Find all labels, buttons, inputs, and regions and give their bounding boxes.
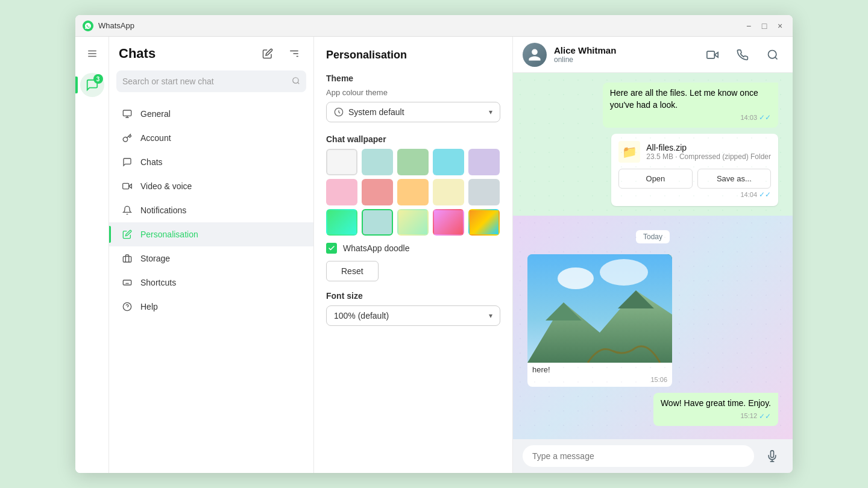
svg-marker-11 <box>129 184 132 189</box>
swatch-lavender[interactable] <box>468 149 500 175</box>
settings-item-notifications[interactable]: Notifications <box>109 198 313 222</box>
svg-point-24 <box>600 259 648 286</box>
svg-line-7 <box>298 82 300 84</box>
message-text-1: Here are all the files. Let me know once… <box>610 88 758 110</box>
app-body: 3 Chats <box>75 37 793 473</box>
hamburger-button[interactable] <box>80 42 104 66</box>
today-badge: Today <box>636 230 670 243</box>
video-call-button[interactable] <box>702 45 723 65</box>
app-title: WhatsApp <box>98 21 743 30</box>
icon-sidebar: 3 <box>75 37 109 473</box>
doodle-checkbox[interactable] <box>326 243 337 254</box>
app-window: WhatsApp − □ × 3 <box>75 15 793 473</box>
swatch-grad-teal-selected[interactable] <box>362 209 393 236</box>
swatch-pink[interactable] <box>326 179 357 205</box>
contact-avatar <box>523 43 547 67</box>
sent-message-bubble: Wow! Have great time. Enjoy. 15:12 ✓✓ <box>653 393 778 426</box>
keyboard-icon <box>121 277 133 289</box>
settings-item-chats[interactable]: Chats <box>109 150 313 174</box>
swatch-grad-green[interactable] <box>326 209 357 236</box>
file-name: All-files.zip <box>646 143 771 152</box>
new-chat-button[interactable] <box>258 44 277 63</box>
chat-area: Alice Whitman online <box>513 37 793 473</box>
sidebar-chat-icon[interactable]: 3 <box>80 73 104 97</box>
photo-placeholder <box>527 254 672 363</box>
voice-call-button[interactable] <box>732 45 753 65</box>
chat-list-actions <box>258 44 304 63</box>
messages-top: Here are all the files. Let me know once… <box>513 73 793 216</box>
settings-item-account[interactable]: Account <box>109 126 313 150</box>
key-icon <box>121 132 133 144</box>
contact-info: Alice Whitman online <box>554 45 702 64</box>
maximize-button[interactable]: □ <box>759 20 770 31</box>
help-icon <box>121 301 133 313</box>
settings-label-chats: Chats <box>140 157 163 167</box>
sent-tick-icon: ✓✓ <box>759 411 771 422</box>
search-input[interactable] <box>122 77 292 86</box>
theme-section-label: Theme <box>326 74 500 83</box>
open-file-button[interactable]: Open <box>618 169 692 189</box>
window-controls: − □ × <box>743 20 785 31</box>
contact-name: Alice Whitman <box>554 45 702 55</box>
chat-input-bar <box>513 439 793 473</box>
search-bar <box>116 70 306 92</box>
swatch-grad-rainbow[interactable] <box>468 209 500 236</box>
active-indicator <box>75 77 78 93</box>
swatch-red[interactable] <box>362 179 393 205</box>
theme-dropdown[interactable]: System default ▾ <box>326 102 500 122</box>
settings-item-personalisation[interactable]: Personalisation <box>109 222 313 246</box>
personalisation-panel: Personalisation Theme App colour theme S… <box>314 37 513 473</box>
mic-button[interactable] <box>761 445 783 467</box>
wallpaper-grid <box>326 149 500 236</box>
swatch-gray[interactable] <box>468 179 500 205</box>
title-bar: WhatsApp − □ × <box>75 15 793 37</box>
swatch-yellow[interactable] <box>433 179 464 205</box>
svg-marker-18 <box>714 52 718 57</box>
chat-list-panel: Chats <box>109 37 314 473</box>
sent-message-row: Wow! Have great time. Enjoy. 15:12 ✓✓ <box>527 393 778 426</box>
today-divider: Today <box>527 230 778 243</box>
chat-list-title: Chats <box>119 46 156 61</box>
wallpaper-section-label: Chat wallpaper <box>326 134 500 144</box>
settings-label-video: Video & voice <box>140 181 192 191</box>
file-details: All-files.zip 23.5 MB · Compressed (zipp… <box>646 143 771 161</box>
svg-rect-14 <box>123 280 131 285</box>
theme-selected-option: System default <box>348 107 404 117</box>
svg-point-20 <box>769 50 776 58</box>
swatch-peach[interactable] <box>397 179 429 205</box>
svg-point-6 <box>293 77 298 83</box>
minimize-button[interactable]: − <box>743 20 754 31</box>
message-input[interactable] <box>523 445 754 467</box>
app-logo <box>83 20 93 31</box>
message-bubble-1: Here are all the files. Let me know once… <box>603 83 778 128</box>
swatch-cyan[interactable] <box>433 149 464 175</box>
settings-item-general[interactable]: General <box>109 102 313 126</box>
pencil-icon <box>121 228 133 240</box>
svg-line-21 <box>775 57 778 59</box>
settings-item-shortcuts[interactable]: Shortcuts <box>109 271 313 295</box>
file-tick-icon: ✓✓ <box>759 190 771 199</box>
swatch-grad-lime[interactable] <box>397 209 429 236</box>
chat-badge: 3 <box>93 74 103 84</box>
swatch-white[interactable] <box>326 149 357 175</box>
svg-rect-19 <box>707 51 715 58</box>
settings-item-help[interactable]: Help <box>109 295 313 319</box>
swatch-green[interactable] <box>397 149 429 175</box>
settings-item-video[interactable]: Video & voice <box>109 174 313 198</box>
swatch-teal[interactable] <box>362 149 393 175</box>
svg-rect-8 <box>123 110 131 116</box>
filter-button[interactable] <box>285 44 304 63</box>
reset-button[interactable]: Reset <box>326 261 379 281</box>
font-dropdown[interactable]: 100% (default) ▾ <box>326 305 500 326</box>
settings-item-storage[interactable]: Storage <box>109 246 313 271</box>
settings-label-storage: Storage <box>140 254 170 263</box>
save-file-button[interactable]: Save as... <box>697 169 771 189</box>
swatch-grad-pink[interactable] <box>433 209 464 236</box>
settings-sidebar: General Account Chats <box>109 97 313 319</box>
photo-caption: here! 15:06 <box>527 363 672 387</box>
close-button[interactable]: × <box>775 20 785 31</box>
chat-header-actions <box>702 45 783 65</box>
svg-rect-12 <box>123 183 129 189</box>
doodle-label: WhatsApp doodle <box>343 243 410 253</box>
search-chat-button[interactable] <box>763 45 783 65</box>
